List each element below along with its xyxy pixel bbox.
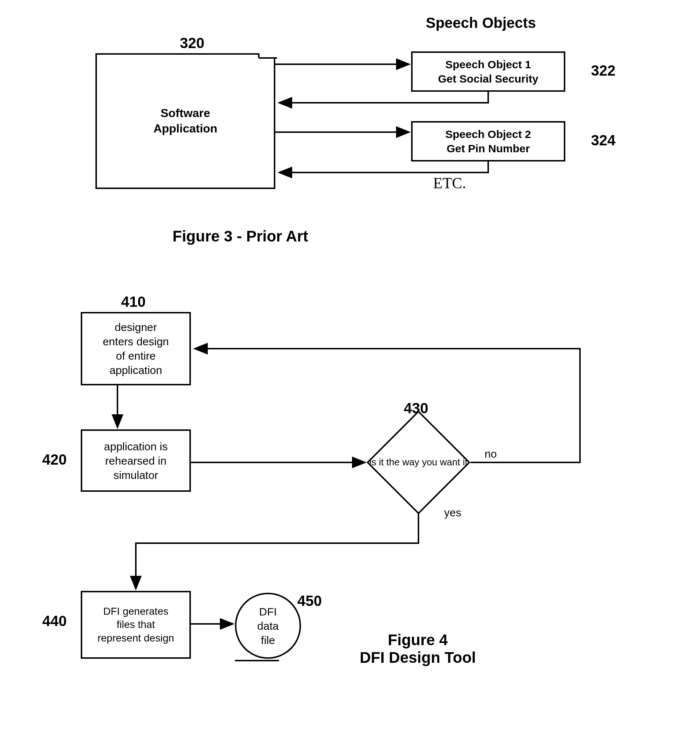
- edge-label-no: no: [485, 448, 497, 460]
- figure4-caption: Figure 4 DFI Design Tool: [360, 631, 476, 666]
- ref-label-450: 450: [297, 593, 322, 609]
- speech-object-2-text: Speech Object 2 Get Pin Number: [445, 127, 531, 156]
- speech-object-2-box: Speech Object 2 Get Pin Number: [411, 121, 565, 161]
- figure4-caption-line1: Figure 4: [360, 631, 476, 649]
- software-application-box: Software Application: [96, 53, 275, 189]
- speech-object-1-text: Speech Object 1 Get Social Security: [438, 57, 538, 86]
- ref-label-322: 322: [591, 62, 616, 79]
- ref-label-440: 440: [42, 613, 67, 630]
- figure-4: 410 designer enters design of entire app…: [15, 294, 685, 697]
- diagram-root: Speech Objects 320 322 324 Software Appl…: [15, 15, 685, 719]
- etc-text: ETC.: [433, 174, 466, 192]
- figure4-caption-line2: DFI Design Tool: [360, 649, 476, 666]
- box-420: application is rehearsed in simulator: [81, 429, 191, 492]
- speech-objects-heading: Speech Objects: [426, 15, 536, 31]
- speech-object-1-box: Speech Object 1 Get Social Security: [411, 51, 565, 92]
- figure-3: Speech Objects 320 322 324 Software Appl…: [15, 15, 685, 272]
- software-application-text: Software Application: [153, 106, 217, 136]
- box-410: designer enters design of entire applica…: [81, 312, 191, 385]
- figure3-caption: Figure 3 - Prior Art: [172, 228, 308, 245]
- circle-450: DFI data file: [235, 593, 301, 659]
- box-420-text: application is rehearsed in simulator: [104, 439, 168, 482]
- box-440: DFI generates files that represent desig…: [81, 591, 191, 659]
- edge-label-yes: yes: [444, 506, 462, 519]
- ref-label-324: 324: [591, 132, 616, 149]
- ref-label-320: 320: [180, 35, 204, 51]
- box-410-text: designer enters design of entire applica…: [103, 320, 169, 377]
- decision-430-text: is it the way you want it: [369, 457, 467, 468]
- circle-450-text: DFI data file: [257, 605, 279, 647]
- ref-label-420: 420: [42, 451, 67, 468]
- decision-430: is it the way you want it: [367, 411, 470, 514]
- box-440-text: DFI generates files that represent desig…: [98, 605, 174, 645]
- ref-label-410: 410: [121, 294, 146, 310]
